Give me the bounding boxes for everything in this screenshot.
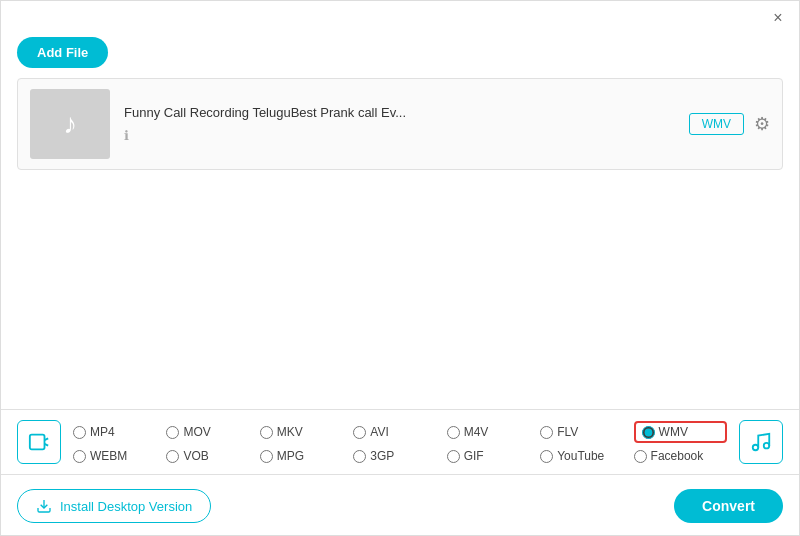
format-mp4[interactable]: MP4 (73, 421, 166, 443)
title-bar: × (1, 1, 799, 31)
format-gif[interactable]: GIF (447, 449, 540, 463)
audio-format-icon[interactable] (739, 420, 783, 464)
file-thumbnail: ♪ (30, 89, 110, 159)
format-youtube[interactable]: YouTube (540, 449, 633, 463)
empty-area (1, 170, 799, 370)
format-bar: MP4 MOV MKV AVI M4V FLV WMV WEBM (1, 409, 799, 475)
format-options: MP4 MOV MKV AVI M4V FLV WMV WEBM (73, 421, 727, 463)
download-icon (36, 498, 52, 514)
svg-rect-0 (30, 435, 45, 450)
video-format-icon[interactable] (17, 420, 61, 464)
file-item: ♪ Funny Call Recording TeluguBest Prank … (18, 79, 782, 169)
info-icon[interactable]: ℹ (124, 128, 129, 143)
toolbar: Add File (1, 31, 799, 78)
settings-icon[interactable]: ⚙ (754, 113, 770, 135)
svg-point-4 (764, 443, 770, 449)
format-mov[interactable]: MOV (166, 421, 259, 443)
install-button[interactable]: Install Desktop Version (17, 489, 211, 523)
add-file-button[interactable]: Add File (17, 37, 108, 68)
format-mkv[interactable]: MKV (260, 421, 353, 443)
format-webm[interactable]: WEBM (73, 449, 166, 463)
format-flv[interactable]: FLV (540, 421, 633, 443)
format-facebook[interactable]: Facebook (634, 449, 727, 463)
format-3gp[interactable]: 3GP (353, 449, 446, 463)
format-mpg[interactable]: MPG (260, 449, 353, 463)
file-name: Funny Call Recording TeluguBest Prank ca… (124, 105, 675, 120)
music-icon: ♪ (63, 108, 77, 140)
file-actions: WMV ⚙ (689, 113, 770, 135)
format-wmv[interactable]: WMV (634, 421, 727, 443)
format-vob[interactable]: VOB (166, 449, 259, 463)
format-badge[interactable]: WMV (689, 113, 744, 135)
format-avi[interactable]: AVI (353, 421, 446, 443)
convert-button[interactable]: Convert (674, 489, 783, 523)
footer: Install Desktop Version Convert (1, 477, 799, 535)
close-button[interactable]: × (769, 9, 787, 27)
file-list: ♪ Funny Call Recording TeluguBest Prank … (17, 78, 783, 170)
format-m4v[interactable]: M4V (447, 421, 540, 443)
svg-point-3 (753, 445, 759, 451)
file-info: Funny Call Recording TeluguBest Prank ca… (124, 105, 675, 144)
